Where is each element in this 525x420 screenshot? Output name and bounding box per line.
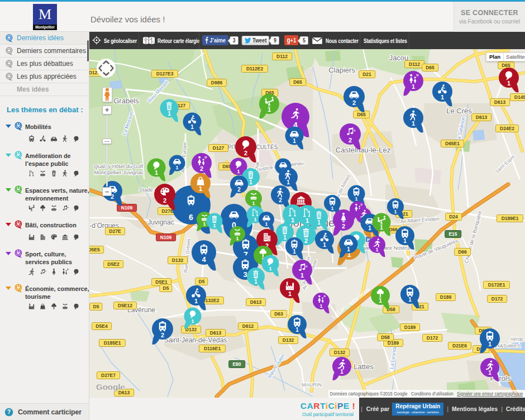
svg-text:1: 1 [254,217,256,222]
svg-text:D172: D172 [427,335,438,341]
svg-text:2: 2 [279,197,282,203]
svg-text:1: 1 [375,247,378,252]
svg-text:1: 1 [394,209,397,214]
svg-text:Aérop: Aérop [510,336,523,342]
svg-text:D613: D613 [476,114,488,120]
svg-text:1: 1 [300,272,304,279]
svg-text:D613: D613 [494,99,506,105]
svg-text:Mont pellier Juvignac: Mont pellier Juvignac [94,169,144,175]
svg-text:2: 2 [163,197,166,204]
svg-text:1: 1 [317,219,321,226]
svg-text:D112: D112 [276,54,288,59]
svg-text:?: ? [7,409,11,415]
svg-text:E80: E80 [232,361,241,367]
svg-text:Lattes: Lattes [354,362,374,371]
svg-text:1: 1 [379,298,382,304]
svg-text:2: 2 [161,332,164,338]
svg-text:1: 1 [203,221,206,227]
svg-text:D613: D613 [210,330,222,336]
svg-text:1: 1 [268,106,271,113]
svg-text:E15: E15 [448,231,457,237]
svg-text:1: 1 [293,249,296,255]
svg-text:D5E4: D5E4 [96,323,108,329]
svg-text:1: 1 [288,290,292,297]
svg-text:D24E2: D24E2 [500,126,514,131]
svg-text:1: 1 [155,170,158,176]
svg-text:1: 1 [412,83,415,90]
svg-text:D66: D66 [458,249,467,255]
svg-text:MAURIN: MAURIN [302,382,322,388]
svg-text:1: 1 [291,217,294,223]
svg-text:1: 1 [488,341,491,347]
svg-text:1: 1 [380,225,383,231]
svg-text:D5: D5 [163,285,169,291]
svg-text:D27E: D27E [109,228,121,234]
svg-text:D145: D145 [514,94,525,100]
svg-text:D189: D189 [404,324,416,330]
svg-text:D127E3: D127E3 [156,71,174,77]
svg-text:Juvignac: Juvignac [147,218,174,226]
svg-text:D63: D63 [274,311,283,317]
svg-text:1: 1 [287,179,290,185]
svg-text:D27E7: D27E7 [101,373,116,378]
svg-text:2: 2 [244,150,247,156]
svg-text:quarium Mare Nostrum: quarium Mare Nostrum [359,245,413,251]
svg-text:D5E2: D5E2 [107,261,120,267]
svg-text:D612: D612 [242,323,254,329]
svg-text:1: 1 [283,235,287,241]
svg-text:1: 1 [412,120,415,127]
svg-text:Grabels: Grabels [113,97,139,105]
svg-text:1: 1 [293,138,296,144]
svg-text:D172E1: D172E1 [488,282,505,288]
svg-text:1: 1 [403,238,407,244]
svg-text:D21: D21 [362,71,371,77]
svg-text:D613: D613 [250,299,262,305]
svg-text:2: 2 [200,165,203,172]
svg-text:2: 2 [352,99,356,106]
svg-text:1: 1 [441,94,444,101]
svg-text:1: 1 [347,246,350,252]
svg-text:N109: N109 [121,205,133,211]
svg-text:1: 1 [368,225,371,231]
svg-text:D65: D65 [293,79,302,85]
svg-text:D986: D986 [211,80,223,85]
svg-text:D5E12: D5E12 [118,303,132,308]
svg-text:1: 1 [194,298,198,304]
svg-text:D58: D58 [381,335,390,340]
svg-text:1: 1 [254,279,257,285]
svg-text:1: 1 [168,111,171,117]
svg-text:D132: D132 [283,337,294,343]
svg-text:1: 1 [191,318,194,324]
svg-text:D189: D189 [440,294,452,300]
svg-text:1: 1 [295,327,299,333]
svg-text:D132: D132 [334,350,346,355]
svg-text:Clapiers: Clapiers [328,66,355,74]
svg-text:Saint-Jean-de-Védas: Saint-Jean-de-Védas [164,336,227,344]
svg-text:2: 2 [304,237,308,244]
svg-text:D127: D127 [213,145,225,151]
svg-text:1: 1 [190,124,194,130]
svg-text:D189E1: D189E1 [502,216,519,221]
svg-text:1: 1 [488,370,491,376]
svg-text:1: 1 [408,297,412,303]
svg-text:2: 2 [237,187,241,193]
svg-text:D5E1: D5E1 [155,279,168,285]
svg-text:D5: D5 [93,304,99,309]
svg-text:1: 1 [265,221,268,227]
svg-text:1: 1 [249,179,252,185]
svg-text:D24: D24 [449,214,458,219]
svg-text:D132: D132 [172,257,184,263]
svg-text:1: 1 [355,196,357,202]
svg-text:D65: D65 [426,65,435,70]
svg-text:D5: D5 [199,279,205,284]
svg-text:1: 1 [199,185,202,192]
svg-text:D112: D112 [409,61,420,67]
svg-text:D21E6: D21E6 [452,343,467,349]
svg-text:1: 1 [252,201,255,206]
svg-text:Le Crès: Le Crès [446,107,472,115]
svg-text:1: 1 [507,80,510,87]
svg-text:1: 1 [319,303,322,309]
svg-text:6: 6 [189,213,193,222]
svg-text:Qual ty Hôtel du Golf: Qual ty Hôtel du Golf [94,163,144,169]
svg-text:D172: D172 [491,296,503,302]
